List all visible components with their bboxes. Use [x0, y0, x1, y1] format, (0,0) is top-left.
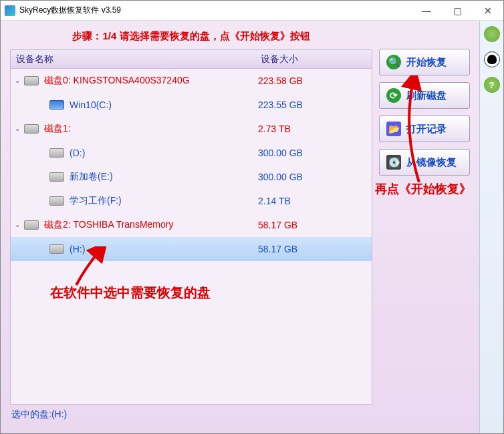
chevron-down-icon: ⌄: [39, 197, 47, 204]
chevron-down-icon: ⌄: [39, 173, 47, 180]
volume-row[interactable]: ⌄学习工作(F:)2.14 TB: [11, 189, 372, 213]
refresh-disk-button[interactable]: ⟳ 刷新磁盘: [379, 82, 470, 109]
row-size: 2.14 TB: [258, 196, 372, 206]
row-name-cell: ⌄学习工作(F:): [11, 195, 258, 207]
chevron-down-icon[interactable]: ⌄: [13, 221, 21, 228]
col-header-name: 设备名称: [11, 53, 258, 65]
drive-icon: [49, 172, 64, 182]
image-label: 从镜像恢复: [406, 156, 457, 169]
disk-image-icon: 💽: [386, 155, 401, 170]
row-name-cell: ⌄(H:): [11, 244, 258, 254]
row-size: 2.73 TB: [258, 124, 372, 134]
row-name-cell: ⌄新加卷(E:): [11, 171, 258, 183]
open-log-button[interactable]: 📂 打开记录: [379, 116, 470, 142]
chevron-down-icon[interactable]: ⌄: [13, 77, 21, 84]
volume-row[interactable]: ⌄(H:)58.17 GB: [11, 237, 372, 261]
row-label: 磁盘1:: [44, 123, 71, 135]
row-name-cell: ⌄磁盘1:: [11, 123, 258, 135]
row-label: (H:): [70, 244, 85, 254]
drive-icon: [49, 148, 64, 158]
disk-row[interactable]: ⌄磁盘1:2.73 TB: [11, 117, 372, 141]
row-label: 磁盘0: KINGSTONSA400S37240G: [44, 75, 190, 87]
drive-icon: [49, 244, 64, 254]
main-area: 步骤：1/4 请选择需要恢复的盘，点《开始恢复》按钮 设备名称 设备大小 ⌄磁盘…: [1, 21, 372, 433]
content-area: 步骤：1/4 请选择需要恢复的盘，点《开始恢复》按钮 设备名称 设备大小 ⌄磁盘…: [1, 21, 503, 433]
col-header-size: 设备大小: [258, 53, 372, 65]
drive-icon: [24, 220, 39, 230]
settings-icon[interactable]: [484, 26, 500, 42]
chevron-down-icon: ⌄: [39, 149, 47, 156]
side-panel: 🔍 开始恢复 ⟳ 刷新磁盘 📂 打开记录 💽 从镜像恢复: [372, 21, 479, 433]
help-icon[interactable]: ?: [484, 77, 500, 93]
drive-icon: [24, 124, 39, 134]
row-size: 58.17 GB: [258, 244, 372, 254]
titlebar: SkyRecy数据恢复软件 v3.59 — ▢ ✕: [1, 1, 503, 21]
row-size: 58.17 GB: [258, 220, 372, 230]
row-label: (D:): [70, 148, 85, 158]
row-name-cell: ⌄磁盘0: KINGSTONSA400S37240G: [11, 75, 258, 87]
restore-image-button[interactable]: 💽 从镜像恢复: [379, 149, 470, 176]
row-label: 新加卷(E:): [70, 171, 113, 183]
row-size: 223.58 GB: [258, 75, 372, 86]
volume-row[interactable]: ⌄Win10(C:)223.55 GB: [11, 93, 372, 117]
row-size: 223.55 GB: [258, 99, 372, 110]
right-toolstrip: ?: [479, 21, 503, 433]
device-tree[interactable]: ⌄磁盘0: KINGSTONSA400S37240G223.58 GB⌄Win1…: [11, 69, 372, 404]
row-label: 学习工作(F:): [70, 195, 122, 207]
row-label: 磁盘2: TOSHIBA TransMemory: [44, 219, 173, 231]
volume-row[interactable]: ⌄新加卷(E:)300.00 GB: [11, 165, 372, 189]
app-window: SkyRecy数据恢复软件 v3.59 — ▢ ✕ 步骤：1/4 请选择需要恢复…: [0, 0, 504, 434]
folder-icon: 📂: [386, 122, 401, 136]
window-title: SkyRecy数据恢复软件 v3.59: [19, 5, 411, 16]
row-name-cell: ⌄磁盘2: TOSHIBA TransMemory: [11, 219, 258, 231]
refresh-icon: ⟳: [386, 88, 401, 103]
disk-row[interactable]: ⌄磁盘0: KINGSTONSA400S37240G223.58 GB: [11, 69, 372, 93]
qq-icon[interactable]: [484, 51, 500, 67]
row-label: Win10(C:): [70, 99, 112, 110]
row-size: 300.00 GB: [258, 148, 372, 158]
status-bar: 选中的盘:(H:): [10, 407, 372, 422]
volume-row[interactable]: ⌄(D:)300.00 GB: [11, 141, 372, 165]
search-icon: 🔍: [386, 55, 401, 69]
device-panel: 设备名称 设备大小 ⌄磁盘0: KINGSTONSA400S37240G223.…: [10, 49, 372, 405]
refresh-label: 刷新磁盘: [406, 89, 447, 102]
drive-icon: [24, 76, 39, 85]
row-size: 300.00 GB: [258, 172, 372, 182]
start-label: 开始恢复: [406, 56, 447, 69]
disk-row[interactable]: ⌄磁盘2: TOSHIBA TransMemory58.17 GB: [11, 213, 372, 237]
chevron-down-icon[interactable]: ⌄: [13, 125, 21, 132]
panel-header: 设备名称 设备大小: [11, 50, 372, 69]
chevron-down-icon: ⌄: [39, 101, 47, 108]
maximize-button[interactable]: ▢: [442, 1, 473, 21]
app-icon: [5, 5, 15, 16]
step-banner: 步骤：1/4 请选择需要恢复的盘，点《开始恢复》按钮: [10, 26, 372, 49]
drive-icon: [49, 196, 64, 206]
start-recovery-button[interactable]: 🔍 开始恢复: [379, 49, 470, 75]
chevron-down-icon: ⌄: [39, 245, 47, 252]
row-name-cell: ⌄(D:): [11, 148, 258, 158]
minimize-button[interactable]: —: [411, 1, 442, 21]
window-controls: — ▢ ✕: [411, 1, 503, 21]
open-label: 打开记录: [406, 123, 447, 136]
row-name-cell: ⌄Win10(C:): [11, 99, 258, 110]
windows-drive-icon: [49, 100, 64, 110]
close-button[interactable]: ✕: [473, 1, 503, 21]
